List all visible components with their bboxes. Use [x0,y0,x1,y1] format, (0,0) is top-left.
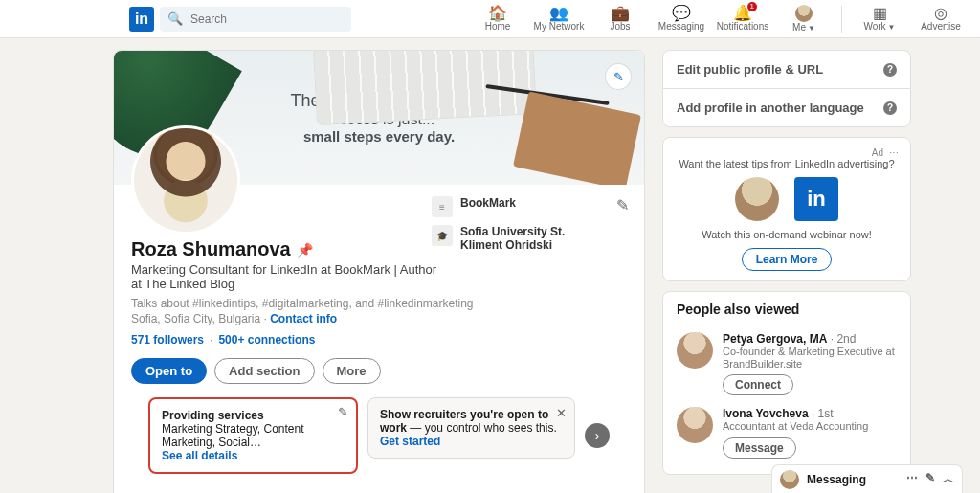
person-degree: · 1st [809,407,834,420]
pencil-icon: ✎ [613,70,624,84]
avatar-icon [677,332,713,369]
nav-label: Advertise [921,21,961,32]
help-icon[interactable]: ? [883,63,897,77]
ad-tagline: Want the latest tips from LinkedIn adver… [675,158,899,169]
nav-label: Jobs [610,21,630,32]
search-input[interactable] [189,11,344,27]
avatar-icon [677,407,713,443]
nav-work[interactable]: ▦ Work▼ [852,0,907,38]
affiliations-list: ≡ BookMark 🎓 Sofia University St. Klimen… [432,196,594,260]
nav-label: My Network [534,21,585,32]
location-text: Sofia, Sofia City, Bulgaria [131,312,260,325]
get-started-link[interactable]: Get started [380,435,440,448]
connections-link[interactable]: 500+ connections [218,333,315,347]
chevron-right-icon: › [595,428,600,443]
affiliation-item[interactable]: ≡ BookMark [432,196,594,217]
tray-label: Messaging [807,473,866,486]
people-icon: 👥 [549,6,568,21]
close-icon[interactable]: ✕ [556,406,567,420]
company-logo-icon: ≡ [432,196,453,217]
row-label: Edit public profile & URL [677,62,823,77]
help-icon[interactable]: ? [883,101,897,115]
briefcase-icon: 💼 [611,6,630,21]
notification-badge: 1 [747,2,757,11]
nav-label: Messaging [658,21,704,32]
profile-card: The secret to long term success is just.… [113,50,645,493]
see-all-details-link[interactable]: See all details [162,449,237,462]
linkedin-logo-icon: in [794,177,838,221]
banner-line: small steps every day. [290,128,467,145]
global-nav: in 🔍 🏠 Home 👥 My Network 💼 Jobs 💬 Messag… [0,0,980,38]
message-button[interactable]: Message [723,437,796,459]
pav-person[interactable]: Petya Gergova, MA · 2nd Co-founder & Mar… [677,326,897,401]
nav-label: Work▼ [863,21,895,32]
edit-banner-button[interactable]: ✎ [606,64,631,89]
pav-heading: People also viewed [677,302,897,317]
chevron-up-icon[interactable]: ︿ [943,471,954,487]
stats-row: 571 followers · 500+ connections [131,333,627,347]
edit-public-profile-link[interactable]: Edit public profile & URL ? [663,51,910,89]
contact-info-link[interactable]: Contact info [270,312,337,325]
nav-jobs[interactable]: 💼 Jobs [592,0,648,38]
person-degree: · 2nd [827,332,856,346]
nav-label: Notifications [717,21,768,32]
school-logo-icon: 🎓 [432,225,453,246]
ad-card: Ad ⋯ Want the latest tips from LinkedIn … [662,137,911,281]
profile-settings-card: Edit public profile & URL ? Add profile … [662,50,911,127]
nav-divider [841,6,842,33]
more-icon[interactable]: ⋯ [906,471,918,487]
ad-label: Ad [872,147,883,158]
followers-link[interactable]: 571 followers [131,333,204,347]
row-label: Add profile in another language [677,101,864,115]
card-title: Providing services [162,409,345,422]
profile-headline: Marketing Consultant for LinkedIn at Boo… [131,262,447,291]
search-icon: 🔍 [167,11,183,26]
affiliation-item[interactable]: 🎓 Sofia University St. Kliment Ohridski [432,225,594,253]
nav-label: Me▼ [792,22,815,33]
edit-intro-button[interactable]: ✎ [616,196,629,214]
add-profile-language-link[interactable]: Add profile in another language ? [663,89,910,126]
home-icon: 🏠 [488,6,507,21]
learn-more-button[interactable]: Learn More [742,248,833,271]
card-text: — you control who sees this. [410,421,556,435]
nav-advertise[interactable]: ◎ Advertise [913,0,969,38]
person-name: Ivona Yovcheva [723,407,809,420]
nav-messaging[interactable]: 💬 Messaging [654,0,709,38]
profile-name: Roza Shumanova [131,238,291,260]
banner-decor-book [513,91,641,185]
pencil-icon[interactable]: ✎ [338,405,348,419]
connect-button[interactable]: Connect [723,374,793,395]
person-sub: Accountant at Veda Accounting [723,420,868,433]
messaging-tray[interactable]: Messaging ⋯ ✎ ︿ [771,464,963,493]
open-to-button[interactable]: Open to [131,358,207,384]
message-icon: 💬 [672,6,691,21]
person-name: Petya Gergova, MA [723,332,827,346]
avatar-icon [795,5,813,22]
nav-notifications[interactable]: 🔔 1 Notifications [715,0,770,38]
avatar-icon [780,470,799,489]
location-row: Sofia, Sofia City, Bulgaria · Contact in… [131,312,627,325]
linkedin-logo-icon[interactable]: in [129,7,154,32]
pav-person[interactable]: Ivona Yovcheva · 1st Accountant at Veda … [677,401,897,463]
ad-avatar-icon [735,177,779,221]
ad-cta-text: Watch this on-demand webinar now! [675,229,899,240]
add-section-button[interactable]: Add section [214,358,314,384]
open-to-work-card[interactable]: ✕ Show recruiters you're open to work — … [368,397,575,459]
ad-menu-icon[interactable]: ⋯ [889,147,899,158]
nav-my-network[interactable]: 👥 My Network [531,0,587,38]
providing-services-card[interactable]: ✎ Providing services Marketing Strategy,… [148,397,358,474]
nav-label: Home [485,21,511,32]
talks-about: Talks about #linkedintips, #digitalmarke… [131,297,627,310]
carousel-next-button[interactable]: › [585,423,610,448]
pin-icon: 📌 [297,242,313,258]
more-button[interactable]: More [323,358,381,384]
nav-me[interactable]: Me▼ [776,0,832,38]
search-box[interactable]: 🔍 [160,7,351,32]
card-text: Marketing Strategy, Content Marketing, S… [162,422,345,449]
compose-icon[interactable]: ✎ [925,471,935,487]
people-also-viewed-card: People also viewed Petya Gergova, MA · 2… [662,291,911,475]
apps-grid-icon: ▦ [873,6,887,21]
affiliation-name: Sofia University St. Kliment Ohridski [460,225,594,253]
nav-home[interactable]: 🏠 Home [470,0,525,38]
affiliation-name: BookMark [460,196,516,210]
